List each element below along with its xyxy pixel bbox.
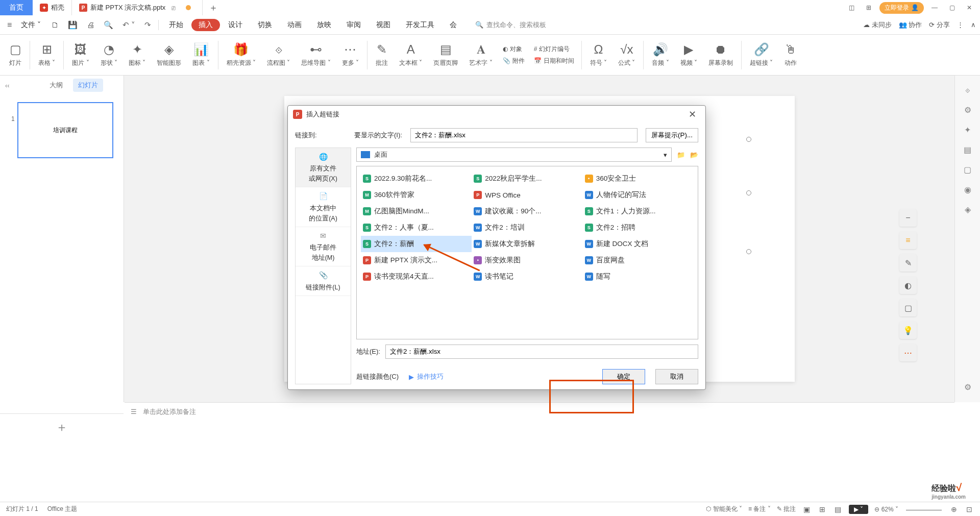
cancel-button[interactable]: 取消 (655, 369, 698, 384)
notes-button[interactable]: ≡ 备注 ˅ (748, 505, 771, 513)
file-item[interactable]: P读书变现第4天直... (361, 268, 472, 285)
menu-tab-slideshow[interactable]: 放映 (310, 20, 338, 30)
rib-flowchart[interactable]: ⟐流程图 ˅ (262, 42, 295, 67)
print-icon[interactable]: 🖨 (83, 20, 99, 29)
display-text-input[interactable] (410, 128, 638, 142)
rail-icon[interactable]: ⟐ (965, 86, 970, 95)
rib-table[interactable]: ⊞表格 ˅ (33, 42, 60, 67)
slide-thumbnail[interactable]: 培训课程 (17, 102, 113, 158)
file-item[interactable]: W读书笔记 (472, 268, 582, 285)
rail-icon[interactable]: ▢ (964, 165, 971, 175)
tab-home[interactable]: 首页 (0, 0, 33, 15)
rib-hyperlink[interactable]: 🔗超链接 ˅ (745, 42, 778, 67)
file-item[interactable]: W建议收藏：90个... (472, 203, 582, 219)
idea-button[interactable]: 💡 (899, 322, 917, 339)
linkto-attach[interactable]: 📎链接附件(L) (296, 266, 351, 296)
file-item[interactable]: S文件2：人事（夏... (361, 219, 472, 236)
layers-button[interactable]: ≡ (899, 232, 917, 249)
rib-datetime[interactable]: 📅 日期和时间 (534, 57, 574, 65)
rib-chart[interactable]: 📊图表 ˅ (187, 42, 214, 67)
minimize-button[interactable]: — (928, 4, 941, 11)
rib-comment[interactable]: ✎批注 (371, 42, 393, 67)
menu-tab-insert[interactable]: 插入 (191, 19, 220, 31)
rib-screenrec[interactable]: ⏺屏幕录制 (703, 42, 738, 67)
play-button[interactable]: ▶ ˅ (849, 505, 868, 514)
color-button[interactable]: ◐ (899, 277, 917, 294)
more-icon[interactable]: ⋮ (957, 21, 964, 29)
menu-tab-design[interactable]: 设计 (221, 20, 250, 30)
view-normal-icon[interactable]: ▣ (802, 505, 812, 513)
rib-smartart[interactable]: ◈智能图形 (152, 42, 186, 67)
file-item[interactable]: S2022.9.30前花名... (361, 170, 472, 187)
preview-icon[interactable]: 🔍 (100, 20, 117, 30)
file-item[interactable]: W人物传记的写法 (583, 187, 694, 203)
zoom-slider[interactable]: ————— (904, 505, 943, 513)
new-icon[interactable]: 🗋 (47, 20, 63, 29)
dialog-close-button[interactable]: ✕ (684, 109, 700, 120)
comments-button[interactable]: ✎ 批注 (777, 505, 796, 513)
file-item[interactable]: W百度网盘 (583, 252, 694, 268)
handle[interactable] (746, 249, 751, 254)
file-item[interactable]: W新建 DOCX 文档 (583, 236, 694, 252)
new-folder-icon[interactable]: 📂 (690, 151, 698, 159)
menu-tab-view[interactable]: 视图 (369, 20, 398, 30)
edit-button[interactable]: ✎ (899, 254, 917, 272)
menu-tab-meet[interactable]: 会 (443, 20, 464, 30)
menu-file[interactable]: 文件 ˅ (16, 20, 46, 30)
file-item[interactable]: P新建 PPTX 演示文... (361, 252, 472, 268)
search-box[interactable]: 🔍 查找命令、搜索模板 (475, 20, 546, 30)
notes-bar[interactable]: ☰ 单击此处添加备注 (125, 402, 954, 421)
tab-file[interactable]: P 新建 PPTX 演示文稿.pptx ⎚ (72, 0, 203, 15)
linkto-file[interactable]: 🌐原有文件 或网页(X) (296, 148, 351, 187)
rib-mindmap[interactable]: ⊷思维导图 ˅ (296, 42, 335, 67)
menu-tab-start[interactable]: 开始 (162, 20, 190, 30)
file-item[interactable]: •360安全卫士 (583, 170, 694, 187)
tab-doke[interactable]: ✦ 稻壳 (33, 0, 72, 15)
file-item[interactable]: M亿图脑图MindM... (361, 203, 472, 219)
menu-tab-devtools[interactable]: 开发工具 (399, 20, 442, 30)
more-button[interactable]: ⋯ (899, 344, 917, 361)
rib-image[interactable]: 🖼图片 ˅ (67, 42, 94, 67)
linkto-email[interactable]: ✉电子邮件 地址(M) (296, 227, 351, 266)
rib-audio[interactable]: 🔊音频 ˅ (647, 42, 674, 67)
beautify-button[interactable]: ⬡ 智能美化 ˅ (706, 505, 742, 513)
linkto-place[interactable]: 📄本文档中 的位置(A) (296, 187, 351, 227)
share-button[interactable]: ⟳ 分享 (929, 20, 950, 30)
add-slide-button[interactable]: ＋ (0, 413, 124, 435)
file-item[interactable]: •渐变效果图 (472, 252, 582, 268)
redo-icon[interactable]: ↷ (140, 20, 155, 30)
rib-action[interactable]: 🖱动作 (779, 42, 802, 67)
file-item[interactable]: M360软件管家 (361, 187, 472, 203)
file-item[interactable]: W新媒体文章拆解 (472, 236, 582, 252)
rib-object[interactable]: ◐ 对象 (503, 45, 525, 54)
hamburger-icon[interactable]: ≡ (4, 20, 15, 30)
close-button[interactable]: ✕ (963, 4, 976, 11)
menu-tab-review[interactable]: 审阅 (339, 20, 368, 30)
collapse-icon[interactable]: ‹‹ (5, 82, 10, 89)
file-item[interactable]: S文件2：招聘 (583, 219, 694, 236)
menu-tab-animation[interactable]: 动画 (280, 20, 309, 30)
menu-tab-transition[interactable]: 切换 (251, 20, 279, 30)
operation-tips[interactable]: ▶ 操作技巧 (409, 372, 444, 381)
login-button[interactable]: 立即登录 👤 (879, 2, 924, 14)
rib-attachment[interactable]: 📎 附件 (503, 57, 525, 65)
rib-video[interactable]: ▶视频 ˅ (675, 42, 702, 67)
address-input[interactable] (385, 345, 698, 359)
tab-add[interactable]: ＋ (203, 0, 224, 15)
file-item[interactable]: W文件2：培训 (472, 219, 582, 236)
rib-header[interactable]: ▤页眉页脚 (428, 42, 463, 67)
rail-icon[interactable]: ⚙ (964, 105, 971, 115)
rail-icon[interactable]: ✦ (964, 125, 971, 135)
rail-icon[interactable]: ◈ (965, 205, 971, 214)
rib-more[interactable]: ⋯更多 ˅ (337, 42, 364, 67)
up-folder-icon[interactable]: 📁 (677, 151, 685, 159)
save-icon[interactable]: 💾 (64, 20, 82, 30)
tab-outline[interactable]: 大纲 (48, 79, 64, 92)
rib-icon[interactable]: ✦图标 ˅ (124, 42, 151, 67)
collab-button[interactable]: 👥 协作 (899, 20, 922, 30)
path-dropdown[interactable]: 桌面 ▾ (356, 148, 672, 162)
rail-settings-icon[interactable]: ⚙ (964, 382, 971, 392)
view-sorter-icon[interactable]: ⊞ (818, 505, 827, 513)
frame-button[interactable]: ▢ (899, 299, 917, 316)
rib-symbol[interactable]: Ω符号 ˅ (585, 42, 612, 67)
